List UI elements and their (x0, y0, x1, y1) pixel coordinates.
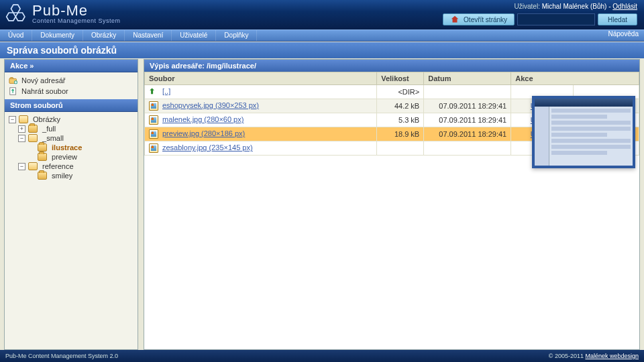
tree-root[interactable]: − Obrázky (9, 115, 133, 124)
tree-node[interactable]: smiley (28, 171, 133, 180)
image-file-icon (149, 115, 158, 125)
folder-icon (38, 153, 47, 161)
collapse-icon[interactable]: − (18, 163, 25, 170)
menu-item[interactable]: Úvod (0, 30, 32, 41)
folder-new-icon (9, 76, 18, 85)
tree-node[interactable]: + _full (18, 124, 133, 133)
upload-icon (9, 86, 18, 96)
home-icon (450, 15, 460, 24)
folder-open-icon (28, 134, 38, 142)
parent-dir[interactable]: ⬆[..] (145, 85, 377, 99)
actions-heading: Akce » (5, 60, 138, 72)
svg-marker-1 (15, 13, 25, 21)
folder-open-icon (19, 115, 28, 123)
logo-title: Pub-Me (32, 3, 121, 18)
tree-node[interactable]: − _small (18, 133, 133, 143)
tree-node[interactable]: − reference (18, 162, 133, 171)
footer-link[interactable]: Malének webdesign (585, 353, 639, 359)
file-link[interactable]: zesablony.jpg (235×145 px) (162, 143, 253, 152)
col-date[interactable]: Datum (424, 72, 511, 85)
tree-heading: Strom souborů (5, 99, 138, 112)
collapse-icon[interactable]: − (18, 135, 25, 142)
page-title: Správa souborů obrázků (0, 42, 644, 59)
footer-left: Pub-Me Content Management System 2.0 (5, 353, 118, 359)
tree-node[interactable]: preview (28, 152, 133, 162)
image-file-icon (149, 143, 158, 153)
menu-help[interactable]: Nápověda (608, 30, 639, 38)
svg-marker-2 (7, 13, 16, 21)
user-name: Michal Malének (Bůh) (542, 3, 607, 10)
file-link[interactable]: eshopvysek.jpg (390×253 px) (162, 101, 259, 109)
col-size[interactable]: Velikost (377, 72, 424, 85)
open-pages-button[interactable]: Otevřít stránky (443, 13, 515, 25)
logout-link[interactable]: Odhlásit (612, 3, 637, 10)
col-file[interactable]: Soubor (145, 72, 377, 85)
file-link[interactable]: preview.jpg (280×186 px) (162, 129, 245, 137)
image-file-icon (149, 129, 158, 139)
action-item[interactable]: Nahrát soubor (9, 86, 133, 97)
tree-node-selected[interactable]: ilustrace (28, 143, 133, 152)
footer: Pub-Me Content Management System 2.0 © 2… (0, 350, 644, 362)
search-button[interactable]: Hledat (598, 13, 637, 25)
folder-icon (28, 125, 38, 133)
main-menu: ÚvodDokumentyObrázkyNastaveníUživateléDo… (0, 29, 644, 42)
image-file-icon (149, 101, 158, 111)
user-info: Uživatel: Michal Malének (Bůh) - Odhlási… (515, 3, 637, 10)
listing-heading: Výpis adresáře: /img/ilustrace/ (144, 60, 639, 72)
menu-item[interactable]: Obrázky (83, 30, 125, 41)
collapse-icon[interactable]: − (9, 116, 16, 123)
menu-item[interactable]: Uživatelé (172, 30, 216, 41)
expand-icon[interactable]: + (18, 125, 25, 133)
search-input[interactable] (517, 13, 595, 25)
logo-hex-icon (5, 1, 28, 25)
folder-icon (38, 172, 47, 180)
up-arrow-icon: ⬆ (149, 87, 158, 97)
menu-item[interactable]: Dokumenty (32, 30, 83, 41)
menu-item[interactable]: Doplňky (216, 30, 257, 41)
col-actions: Akce (511, 72, 639, 85)
menu-item[interactable]: Nastavení (125, 30, 172, 41)
logo-subtitle: Content Management System (32, 18, 121, 24)
file-link[interactable]: malenek.jpg (280×60 px) (162, 115, 244, 123)
folder-icon (38, 143, 47, 152)
folder-open-icon (28, 162, 38, 170)
action-item[interactable]: Nový adresář (9, 75, 133, 86)
image-preview-tooltip (532, 96, 635, 168)
svg-marker-0 (11, 5, 21, 13)
